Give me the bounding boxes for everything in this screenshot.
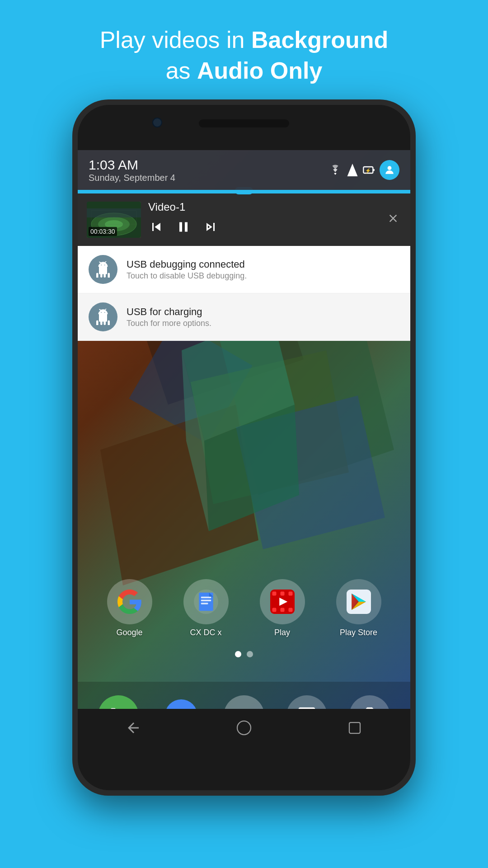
notification-area: 00:03:30 Video-1 <box>78 190 410 341</box>
status-date: Sunday, September 4 <box>89 173 328 183</box>
svg-marker-9 <box>347 164 358 176</box>
usb-charge-icon <box>89 302 117 331</box>
svg-rect-24 <box>201 603 208 604</box>
cxdcx-icon-bg <box>183 579 229 624</box>
app-icon-cxdcx[interactable]: CX DC x <box>177 579 235 637</box>
svg-rect-27 <box>272 592 276 596</box>
android-charge-icon <box>95 309 111 325</box>
pause-button[interactable] <box>175 219 192 239</box>
status-bar-right: ⚡ <box>328 160 399 180</box>
usb-debug-text: USB debugging connected Touch to disable… <box>127 259 247 281</box>
battery-icon: ⚡ <box>362 164 375 176</box>
media-timestamp: 00:03:30 <box>89 227 117 236</box>
homescreen: Google <box>78 579 410 668</box>
nav-bar <box>78 709 410 750</box>
google-label: Google <box>116 628 142 637</box>
header-bold-background: Background <box>251 27 388 53</box>
close-button[interactable] <box>385 210 401 230</box>
usb-charge-subtitle: Touch for more options. <box>127 319 211 328</box>
app-icon-playstore[interactable]: Play Store <box>329 579 388 637</box>
usb-debug-title: USB debugging connected <box>127 259 247 270</box>
playstore-label: Play Store <box>340 628 377 637</box>
svg-rect-11 <box>373 169 375 171</box>
media-title: Video-1 <box>148 201 378 213</box>
phone-shell: 1:03 AM Sunday, September 4 <box>72 99 416 796</box>
back-button[interactable] <box>125 720 141 739</box>
svg-point-53 <box>237 721 251 735</box>
usb-charge-title: USB for charging <box>127 306 211 318</box>
header-text-line1: Play videos in Background <box>100 27 389 53</box>
usb-charge-text: USB for charging Touch for more options. <box>127 306 211 328</box>
svg-rect-22 <box>201 597 211 598</box>
front-camera <box>152 118 162 127</box>
status-bar: 1:03 AM Sunday, September 4 <box>78 150 410 190</box>
status-bar-left: 1:03 AM Sunday, September 4 <box>89 157 328 183</box>
dot-1 <box>235 651 241 657</box>
svg-rect-28 <box>280 592 284 596</box>
prev-button[interactable] <box>148 219 164 239</box>
svg-text:⚡: ⚡ <box>365 168 371 174</box>
playstore-icon-bg <box>336 579 381 624</box>
play-label: Play <box>274 628 290 637</box>
svg-rect-23 <box>201 600 211 601</box>
svg-rect-29 <box>288 592 292 596</box>
android-debug-icon <box>95 261 111 278</box>
google-icon-bg <box>107 579 152 624</box>
media-thumbnail: 00:03:30 <box>87 202 141 238</box>
app-icon-play[interactable]: Play <box>253 579 312 637</box>
svg-point-13 <box>388 166 392 170</box>
phone-inner: 1:03 AM Sunday, September 4 <box>78 105 410 790</box>
header-section: Play videos in Background as Audio Only <box>0 0 488 99</box>
play-icon-bg <box>260 579 305 624</box>
app-grid: Google <box>91 579 397 637</box>
page-dots <box>91 651 397 657</box>
drag-handle-bar[interactable] <box>78 190 410 193</box>
dot-2 <box>247 651 253 657</box>
user-avatar[interactable] <box>380 160 399 180</box>
media-info: Video-1 <box>148 201 378 239</box>
svg-rect-32 <box>288 608 292 612</box>
phone-screen: 1:03 AM Sunday, September 4 <box>78 150 410 750</box>
app-icon-google[interactable]: Google <box>100 579 159 637</box>
svg-rect-19 <box>87 208 141 217</box>
svg-rect-31 <box>280 608 284 612</box>
wifi-icon <box>328 164 343 176</box>
home-button[interactable] <box>236 720 252 739</box>
svg-rect-30 <box>272 608 276 612</box>
header-text-line2: as Audio Only <box>166 57 323 84</box>
usb-debug-subtitle: Touch to disable USB debugging. <box>127 271 247 281</box>
usb-debug-icon <box>89 255 117 284</box>
phone-speaker <box>199 119 289 127</box>
usb-charge-notification[interactable]: USB for charging Touch for more options. <box>78 293 410 341</box>
svg-rect-54 <box>349 722 360 733</box>
header-bold-audioonly: Audio Only <box>197 57 322 84</box>
usb-debug-notification[interactable]: USB debugging connected Touch to disable… <box>78 246 410 293</box>
next-button[interactable] <box>202 219 219 239</box>
status-time: 1:03 AM <box>89 157 328 173</box>
cxdcx-label: CX DC x <box>190 628 221 637</box>
signal-icon <box>347 164 358 176</box>
media-notification[interactable]: 00:03:30 Video-1 <box>78 193 410 246</box>
media-controls <box>148 219 378 239</box>
recents-button[interactable] <box>347 720 363 739</box>
